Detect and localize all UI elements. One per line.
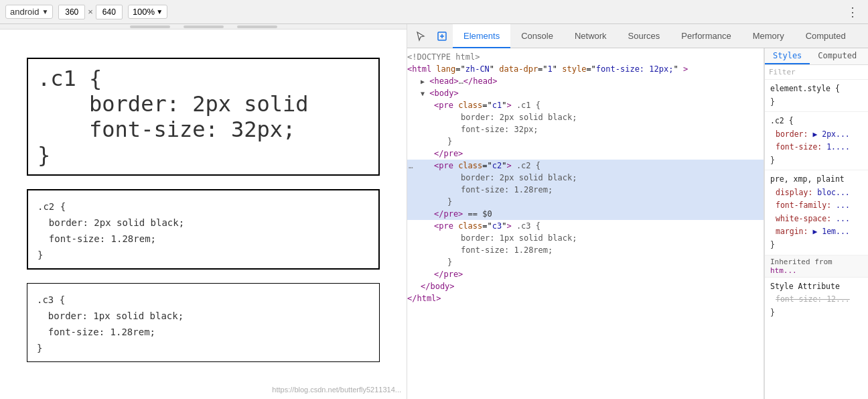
c3-preview-box: .c3 { border: 1px solid black; font-size… <box>27 283 380 362</box>
styles-panel: Styles Computed Filter element.style { } <box>764 48 868 399</box>
c1-border-line: border: 2px solid black; <box>407 111 764 123</box>
inherited-element: htm... <box>770 266 797 275</box>
more-options-button[interactable]: ⋮ <box>843 5 863 19</box>
c2-preview-box: .c2 { border: 2px solid black; font-size… <box>27 189 380 270</box>
pre-display-prop: display: <box>776 188 812 197</box>
c3-preview-text: .c3 { border: 1px solid black; font-size… <box>37 294 184 353</box>
top-toolbar: android ▼ × 100% ▼ ⋮ <box>0 0 868 24</box>
url-bar: https://blog.csdn.net/butterfly5211314..… <box>272 386 401 394</box>
c3-close-brace-line: } <box>407 256 764 268</box>
tab-network[interactable]: Network <box>564 24 618 48</box>
pre-whitespace-val: ... <box>836 214 850 223</box>
tab-computed[interactable]: Computed <box>795 24 857 48</box>
pre-c1-open-line: <pre class="c1"> .c1 { <box>407 99 764 111</box>
inherited-label: Inherited from <box>770 258 833 266</box>
c3-fontsize-line: font-size: 1.28rem; <box>407 244 764 256</box>
c1-preview-box: .c1 { border: 2px solid font-size: 32px;… <box>27 58 380 176</box>
element-style-rule: element.style { } <box>765 80 868 112</box>
c2-selector: .c2 { <box>770 116 794 125</box>
preview-content: .c1 { border: 2px solid font-size: 32px;… <box>13 44 393 376</box>
dimension-separator: × <box>88 7 93 17</box>
style-attribute-label: Style Attribute <box>770 282 840 291</box>
main-content: .c1 { border: 2px solid font-size: 32px;… <box>0 24 868 399</box>
html-panel[interactable]: <!DOCTYPE html> <html lang="zh-CN" data-… <box>407 48 764 399</box>
html-close-line: </html> <box>407 292 764 304</box>
zoom-level: 100% <box>133 7 155 17</box>
devtools-tab-bar: Elements Console Network Sources Perform… <box>407 24 868 48</box>
c2-close-brace: } <box>770 156 775 165</box>
tab-performance[interactable]: Performance <box>670 24 741 48</box>
c2-border-val: ▶ 2px... <box>812 129 849 139</box>
pre-c2-open-line[interactable]: … <pre class="c2"> .c2 { <box>407 160 764 172</box>
cursor-icon[interactable] <box>411 27 430 46</box>
tab-sources[interactable]: Sources <box>618 24 671 48</box>
pre-c3-close-line: </pre> <box>407 268 764 280</box>
head-line: ▶ <head>…</head> <box>407 75 764 87</box>
c2-close-brace-line: } <box>407 196 764 208</box>
c2-border-line: border: 2px solid black; <box>407 172 764 184</box>
pre-c2-close-line[interactable]: </pre> == $0 <box>407 208 764 220</box>
style-attribute-section: Style Attribute font-size: 12... } <box>765 278 868 323</box>
c2-border-prop: border: <box>776 129 808 139</box>
inspect-icon[interactable] <box>433 27 451 46</box>
zoom-dropdown-icon[interactable]: ▼ <box>156 8 163 15</box>
pre-margin-val: ▶ 1em... <box>812 227 849 236</box>
height-input[interactable] <box>96 5 123 19</box>
filter-box[interactable]: Filter <box>765 65 868 80</box>
c1-close-brace-line: } <box>407 135 764 148</box>
computed-tab[interactable]: Computed <box>810 48 865 64</box>
c1-fontsize-line: font-size: 32px; <box>407 123 764 135</box>
body-open-line: ▼ <body> <box>407 87 764 99</box>
tab-memory[interactable]: Memory <box>742 24 795 48</box>
pre-fontfamily-val: ... <box>836 201 850 210</box>
style-attr-close: } <box>770 308 775 317</box>
html-open-line: <html lang="zh-CN" data-dpr="1" style="f… <box>407 63 764 75</box>
scroll-indicator-top <box>0 24 407 30</box>
styles-tab[interactable]: Styles <box>765 48 810 64</box>
pre-display-val: bloc... <box>817 188 849 197</box>
pre-whitespace-prop: white-space: <box>776 214 831 223</box>
device-name: android <box>10 7 39 17</box>
pre-fontfamily-prop: font-family: <box>776 201 831 210</box>
preview-panel: .c1 { border: 2px solid font-size: 32px;… <box>0 24 407 399</box>
element-style-selector: element.style { <box>770 84 840 93</box>
pre-c3-open-line: <pre class="c3"> .c3 { <box>407 220 764 232</box>
c3-border-line: border: 1px solid black; <box>407 232 764 244</box>
c1-preview-text: .c1 { border: 2px solid font-size: 32px;… <box>38 66 309 168</box>
filter-label: Filter <box>769 68 796 76</box>
pre-margin-prop: margin: <box>776 227 808 236</box>
pre-selector: pre, xmp, plaint <box>770 174 845 184</box>
tab-elements[interactable]: Elements <box>453 24 510 48</box>
devtools-panel: Elements Console Network Sources Perform… <box>407 24 868 399</box>
c2-preview-text: .c2 { border: 2px solid black; font-size… <box>38 201 184 260</box>
doctype-line: <!DOCTYPE html> <box>407 51 764 63</box>
c2-fontsize-val: 1.... <box>826 142 850 152</box>
device-selector[interactable]: android ▼ <box>5 5 53 19</box>
body-close-line: </body> <box>407 280 764 292</box>
inherited-from-section: Inherited from htm... <box>765 255 868 278</box>
width-input[interactable] <box>58 5 85 19</box>
zoom-selector[interactable]: 100% ▼ <box>128 5 167 19</box>
device-dropdown-icon[interactable]: ▼ <box>42 8 48 15</box>
pre-c1-close-line: </pre> <box>407 148 764 160</box>
pre-style-rule: pre, xmp, plaint display: bloc... font-f… <box>765 170 868 255</box>
devtools-body: <!DOCTYPE html> <html lang="zh-CN" data-… <box>407 48 868 399</box>
styles-tab-bar: Styles Computed <box>765 48 868 65</box>
style-attr-fontsize: font-size: 12... <box>776 294 850 304</box>
tab-console[interactable]: Console <box>510 24 564 48</box>
pre-close-brace: } <box>770 240 775 249</box>
element-style-close: } <box>770 97 775 107</box>
c2-style-rule: .c2 { border: ▶ 2px... font-size: 1.... … <box>765 112 868 170</box>
c2-fontsize-prop: font-size: <box>776 142 822 152</box>
c2-fontsize-line: font-size: 1.28rem; <box>407 184 764 196</box>
